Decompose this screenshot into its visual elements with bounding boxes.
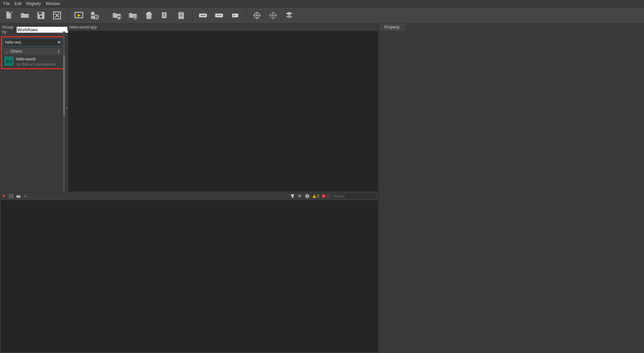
scrollbar-thumb[interactable]: [63, 55, 65, 116]
search-result-item[interactable]: f(x) hello-world my first ucf microservi…: [3, 55, 62, 67]
sidebar: Group by: ▼ ✖ ⌄ Others 1: [0, 24, 65, 192]
category-name: Others: [10, 49, 22, 54]
property-body: [379, 31, 644, 353]
export-button[interactable]: [127, 9, 139, 21]
delete-button[interactable]: [143, 9, 155, 21]
svg-rect-6: [91, 12, 95, 15]
open-log-folder-icon[interactable]: [16, 194, 21, 198]
svg-rect-7: [91, 16, 95, 19]
close-button[interactable]: [51, 9, 63, 21]
svg-rect-13: [146, 13, 152, 14]
category-header[interactable]: ⌄ Others 1: [3, 48, 62, 55]
import-button[interactable]: [111, 9, 123, 21]
target-button[interactable]: [251, 9, 263, 21]
copy-button[interactable]: [159, 9, 171, 21]
log-terminal-icon[interactable]: [23, 194, 28, 198]
svg-rect-2: [39, 12, 42, 14]
svg-point-34: [256, 15, 258, 16]
layers-button[interactable]: [283, 9, 295, 21]
menu-registry[interactable]: Registry: [26, 1, 41, 6]
svg-point-30: [233, 15, 235, 16]
toolbar: +: [0, 7, 644, 24]
warning-count[interactable]: 0: [312, 194, 319, 198]
dots-3-button[interactable]: [197, 9, 209, 21]
svg-point-28: [220, 15, 221, 16]
settings-gear-button[interactable]: [89, 9, 101, 21]
result-name: hello-world: [16, 57, 56, 61]
run-button[interactable]: [73, 9, 85, 21]
group-by-label: Group by:: [2, 25, 13, 34]
svg-rect-26: [215, 13, 223, 17]
sidebar-scrollbar[interactable]: [63, 32, 65, 192]
open-folder-button[interactable]: [19, 9, 31, 21]
svg-rect-19: [179, 11, 182, 13]
canvas[interactable]: [68, 31, 378, 191]
dot-1-button[interactable]: [229, 9, 241, 21]
new-file-button[interactable]: +: [3, 9, 15, 21]
svg-text:+: +: [11, 11, 13, 14]
result-description: my first ucf microservice: [16, 62, 56, 66]
search-input[interactable]: [4, 39, 57, 46]
menu-file[interactable]: File: [3, 1, 10, 6]
filter-icon[interactable]: [290, 194, 295, 198]
edit-log-icon[interactable]: [9, 194, 13, 198]
svg-rect-12: [147, 12, 150, 13]
info-icon[interactable]: i: [305, 194, 310, 198]
dots-2-button[interactable]: [213, 9, 225, 21]
canvas-tab[interactable]: hello-world-app: [69, 25, 97, 30]
console-output[interactable]: [1, 200, 378, 352]
function-icon: f(x): [5, 57, 13, 65]
menu-bar: File Edit Registry Window: [0, 0, 644, 7]
log-toolbar: ✻ i 0 0: [0, 192, 378, 200]
splitter-grip-icon: ◂: [66, 106, 67, 110]
menu-window[interactable]: Window: [46, 1, 60, 6]
search-panel-highlighted: ✖ ⌄ Others 1 f(x) hello-world my first u…: [1, 36, 64, 69]
svg-point-24: [202, 15, 204, 16]
svg-point-25: [204, 15, 205, 16]
svg-text:i: i: [307, 194, 308, 198]
error-count[interactable]: 0: [322, 194, 329, 198]
snowflake-icon[interactable]: ✻: [298, 194, 302, 198]
group-by-select[interactable]: [16, 27, 74, 33]
property-panel: Property: [378, 24, 644, 353]
paste-button[interactable]: [175, 9, 187, 21]
svg-point-23: [201, 15, 202, 16]
menu-edit[interactable]: Edit: [14, 1, 21, 6]
svg-point-27: [217, 15, 219, 16]
clear-log-icon[interactable]: [1, 194, 6, 198]
chevron-down-icon: ⌄: [5, 50, 8, 53]
save-button[interactable]: [35, 9, 47, 21]
svg-rect-29: [232, 13, 238, 17]
svg-point-9: [96, 16, 97, 18]
clear-search-icon[interactable]: ✖: [57, 40, 61, 45]
svg-point-3: [40, 15, 42, 18]
target-dashed-button[interactable]: [267, 9, 279, 21]
log-search-input[interactable]: [331, 193, 377, 199]
category-count: 1: [57, 49, 60, 54]
property-tab[interactable]: Property: [379, 24, 405, 31]
